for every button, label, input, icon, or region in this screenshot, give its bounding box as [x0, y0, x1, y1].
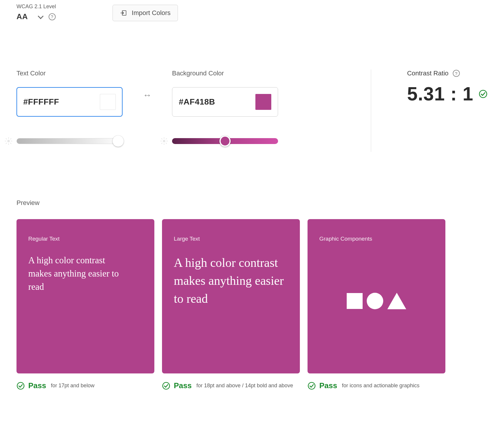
preview-label: Preview: [16, 199, 488, 207]
svg-point-21: [163, 382, 169, 389]
background-lightness-slider[interactable]: [172, 138, 278, 144]
text-lightness-thumb[interactable]: [113, 135, 124, 147]
swap-colors-button[interactable]: ↔: [143, 90, 152, 100]
brightness-icon: [5, 137, 12, 145]
svg-point-1: [7, 140, 10, 143]
text-color-label: Text Color: [16, 70, 123, 77]
result-status: Pass: [319, 381, 337, 390]
svg-line-9: [6, 143, 6, 144]
background-color-swatch[interactable]: [255, 94, 271, 110]
brightness-icon: [160, 137, 168, 145]
svg-point-20: [17, 382, 24, 389]
text-color-input[interactable]: #FFFFFF: [16, 87, 123, 117]
results-row: Pass for 17pt and below Pass for 18pt an…: [16, 381, 488, 390]
square-icon: [347, 293, 363, 309]
text-color-swatch[interactable]: [100, 94, 116, 110]
background-color-hex[interactable]: #AF418B: [179, 97, 215, 107]
preview-card-title: Graphic Components: [319, 236, 434, 242]
svg-point-19: [480, 90, 487, 98]
background-color-label: Background Color: [172, 70, 278, 77]
background-color-input[interactable]: #AF418B: [172, 87, 278, 117]
svg-line-15: [161, 138, 162, 139]
text-color-column: Text Color #FFFFFF: [16, 70, 123, 145]
result-large-desc: for 18pt and above / 14pt bold and above: [196, 383, 293, 389]
help-icon[interactable]: ?: [49, 13, 56, 20]
preview-cards: Regular Text A high color contrast makes…: [16, 219, 488, 373]
svg-line-16: [166, 143, 167, 144]
background-lightness-thumb[interactable]: [219, 135, 231, 147]
chevron-down-icon: [38, 13, 44, 19]
preview-card-title: Large Text: [174, 236, 288, 242]
wcag-level-select[interactable]: AA: [16, 12, 43, 21]
wcag-level-block: WCAG 2.1 Level AA ?: [16, 4, 56, 21]
preview-card-title: Regular Text: [28, 236, 143, 242]
import-colors-label: Import Colors: [132, 9, 171, 17]
background-lightness-slider-wrap: [160, 137, 278, 145]
preview-card-regular: Regular Text A high color contrast makes…: [16, 219, 154, 373]
check-circle-icon: [479, 90, 488, 98]
background-color-column: Background Color #AF418B: [172, 70, 278, 145]
help-icon[interactable]: ?: [453, 70, 460, 77]
contrast-ratio-value: 5.31 : 1: [407, 83, 473, 105]
preview-graphic-shapes: [319, 254, 434, 348]
svg-line-8: [11, 138, 11, 139]
result-large: Pass for 18pt and above / 14pt bold and …: [162, 381, 300, 390]
check-circle-icon: [162, 382, 170, 390]
result-regular: Pass for 17pt and below: [16, 381, 154, 390]
preview-card-large: Large Text A high color contrast makes a…: [162, 219, 300, 373]
svg-line-18: [161, 143, 162, 144]
import-icon: [120, 9, 127, 16]
vertical-divider: [371, 70, 371, 152]
svg-line-17: [166, 138, 167, 139]
contrast-ratio-block: Contrast Ratio ? 5.31 : 1: [407, 70, 488, 152]
wcag-level-label: WCAG 2.1 Level: [16, 4, 56, 10]
svg-line-6: [6, 138, 6, 139]
circle-icon: [367, 293, 383, 309]
preview-regular-sample: A high color contrast makes anything eas…: [28, 254, 120, 294]
result-status: Pass: [28, 381, 46, 390]
result-status: Pass: [174, 381, 192, 390]
svg-line-7: [11, 143, 11, 144]
contrast-ratio-label: Contrast Ratio: [407, 70, 449, 77]
triangle-icon: [387, 293, 406, 309]
result-regular-desc: for 17pt and below: [51, 383, 95, 389]
wcag-level-value: AA: [16, 12, 28, 21]
preview-large-sample: A high color contrast makes anything eas…: [174, 254, 286, 308]
check-circle-icon: [308, 382, 316, 390]
svg-point-22: [308, 382, 315, 389]
result-graphic-desc: for icons and actionable graphics: [342, 383, 419, 389]
svg-point-10: [163, 140, 166, 143]
preview-card-graphic: Graphic Components: [308, 219, 445, 373]
text-color-hex[interactable]: #FFFFFF: [23, 97, 59, 107]
import-colors-button[interactable]: Import Colors: [113, 5, 178, 21]
check-circle-icon: [16, 382, 25, 390]
text-lightness-slider[interactable]: [16, 138, 123, 144]
result-graphic: Pass for icons and actionable graphics: [308, 381, 445, 390]
text-lightness-slider-wrap: [5, 137, 123, 145]
